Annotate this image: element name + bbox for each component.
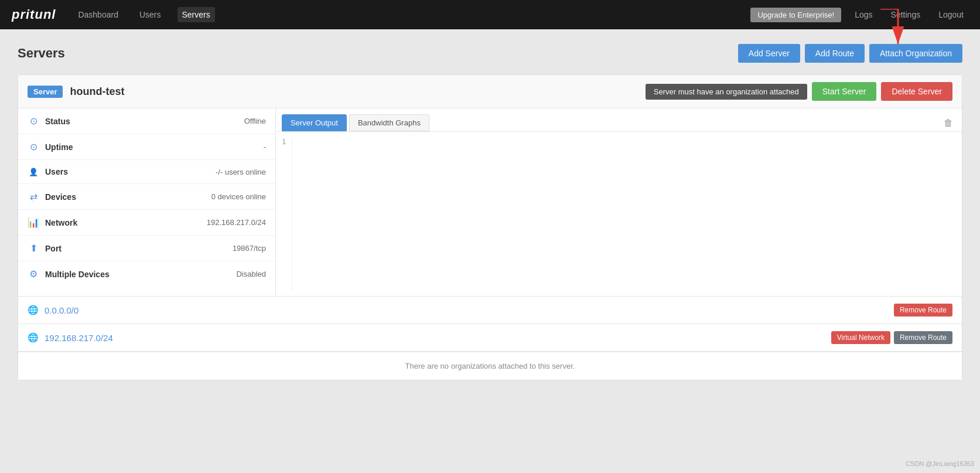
nav-servers[interactable]: Servers bbox=[177, 7, 215, 22]
server-card-header: Server hound-test Server must have an or… bbox=[18, 75, 962, 108]
server-stats-panel: ⊙ Status Offline ⊙ Uptime - 👤 Users -/- … bbox=[18, 108, 276, 296]
route-actions-2: Virtual Network Remove Route bbox=[831, 331, 952, 344]
org-section: There are no organizations attached to t… bbox=[18, 352, 962, 380]
stat-multiple-devices: ⚙ Multiple Devices Disabled bbox=[18, 261, 275, 287]
upgrade-button[interactable]: Upgrade to Enterprise! bbox=[750, 8, 841, 22]
output-content bbox=[298, 138, 956, 290]
stat-uptime: ⊙ Uptime - bbox=[18, 134, 275, 160]
devices-icon: ⇄ bbox=[28, 191, 39, 202]
page-title: Servers bbox=[18, 46, 65, 61]
users-label: Users bbox=[45, 167, 216, 176]
nav-users[interactable]: Users bbox=[135, 7, 166, 22]
output-tabs: Server Output Bandwidth Graphs 🗑 bbox=[276, 108, 962, 132]
route-globe-icon-1: 🌐 bbox=[28, 305, 39, 315]
devices-label: Devices bbox=[45, 192, 211, 202]
line-numbers: 1 bbox=[282, 138, 292, 290]
nav-dashboard[interactable]: Dashboard bbox=[73, 7, 123, 22]
tab-server-output[interactable]: Server Output bbox=[282, 114, 347, 131]
delete-server-button[interactable]: Delete Server bbox=[881, 82, 952, 101]
brand-logo: pritunl bbox=[12, 7, 56, 22]
attach-organization-button[interactable]: Attach Organization bbox=[869, 44, 962, 63]
users-icon: 👤 bbox=[28, 168, 39, 176]
nav-settings[interactable]: Settings bbox=[886, 7, 926, 22]
add-route-button[interactable]: Add Route bbox=[805, 44, 865, 63]
port-icon: ⬆ bbox=[28, 243, 39, 254]
trash-icon[interactable]: 🗑 bbox=[941, 115, 956, 131]
network-value: 192.168.217.0/24 bbox=[207, 218, 266, 227]
server-body: ⊙ Status Offline ⊙ Uptime - 👤 Users -/- … bbox=[18, 108, 962, 297]
status-label: Status bbox=[45, 117, 244, 126]
status-value: Offline bbox=[244, 117, 266, 125]
arrow-container: Attach Organization bbox=[869, 44, 962, 63]
network-icon: 📊 bbox=[28, 217, 39, 228]
navbar-right: Upgrade to Enterprise! Logs Settings Log… bbox=[750, 7, 968, 22]
stat-status: ⊙ Status Offline bbox=[18, 108, 275, 134]
uptime-icon: ⊙ bbox=[28, 141, 39, 152]
route-row-1: 🌐 0.0.0.0/0 Remove Route bbox=[18, 297, 962, 324]
uptime-value: - bbox=[264, 142, 266, 151]
route-row-2: 🌐 192.168.217.0/24 Virtual Network Remov… bbox=[18, 324, 962, 352]
devices-value: 0 devices online bbox=[211, 192, 266, 201]
remove-route-button-1[interactable]: Remove Route bbox=[894, 304, 952, 317]
remove-route-button-2[interactable]: Remove Route bbox=[894, 331, 952, 344]
stat-network: 📊 Network 192.168.217.0/24 bbox=[18, 210, 275, 236]
status-icon: ⊙ bbox=[28, 115, 39, 127]
nav-logout[interactable]: Logout bbox=[934, 7, 968, 22]
uptime-label: Uptime bbox=[45, 142, 264, 152]
stat-devices: ⇄ Devices 0 devices online bbox=[18, 184, 275, 210]
header-buttons: Add Server Add Route Attach Organization bbox=[738, 44, 962, 63]
server-actions: Server must have an organization attache… bbox=[646, 82, 952, 101]
route-address-1: 0.0.0.0/0 bbox=[45, 305, 894, 315]
server-output-panel: Server Output Bandwidth Graphs 🗑 1 bbox=[276, 108, 962, 296]
multiple-devices-label: Multiple Devices bbox=[45, 270, 236, 279]
port-value: 19867/tcp bbox=[233, 244, 266, 253]
server-card: Server hound-test Server must have an or… bbox=[18, 74, 962, 380]
org-empty-text: There are no organizations attached to t… bbox=[405, 362, 575, 370]
org-warning-text: Server must have an organization attache… bbox=[646, 84, 807, 100]
port-label: Port bbox=[45, 244, 233, 253]
stat-port: ⬆ Port 19867/tcp bbox=[18, 236, 275, 261]
users-value: -/- users online bbox=[216, 168, 266, 176]
network-label: Network bbox=[45, 218, 207, 227]
route-globe-icon-2: 🌐 bbox=[28, 332, 39, 343]
start-server-button[interactable]: Start Server bbox=[812, 82, 877, 101]
output-body: 1 bbox=[276, 132, 962, 296]
server-name: hound-test bbox=[70, 86, 124, 98]
multiple-devices-icon: ⚙ bbox=[28, 268, 39, 280]
route-address-2: 192.168.217.0/24 bbox=[45, 333, 831, 343]
server-badge: Server bbox=[28, 86, 63, 98]
tab-bandwidth-graphs[interactable]: Bandwidth Graphs bbox=[349, 114, 429, 131]
stat-users: 👤 Users -/- users online bbox=[18, 160, 275, 184]
navbar: pritunl Dashboard Users Servers Upgrade … bbox=[0, 0, 980, 29]
add-server-button[interactable]: Add Server bbox=[738, 44, 800, 63]
nav-logs[interactable]: Logs bbox=[850, 7, 877, 22]
route-actions-1: Remove Route bbox=[894, 304, 952, 317]
page-header: Servers Add Server Add Route Attach Orga… bbox=[18, 44, 962, 63]
page-content: Servers Add Server Add Route Attach Orga… bbox=[0, 29, 980, 395]
virtual-network-button[interactable]: Virtual Network bbox=[831, 331, 890, 344]
multiple-devices-value: Disabled bbox=[236, 270, 266, 278]
